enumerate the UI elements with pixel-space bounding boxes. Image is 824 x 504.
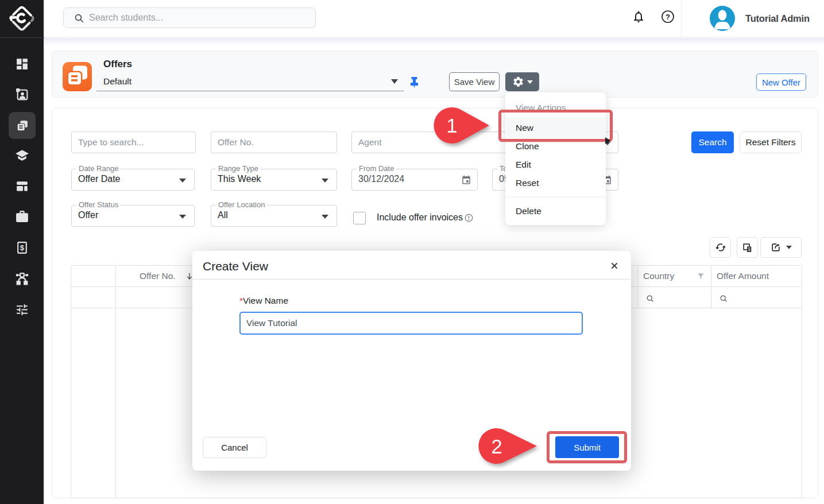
- svg-text:?: ?: [666, 13, 670, 21]
- svg-text:1: 1: [446, 114, 457, 137]
- svg-text:2: 2: [491, 435, 502, 458]
- svg-text:$: $: [20, 244, 24, 252]
